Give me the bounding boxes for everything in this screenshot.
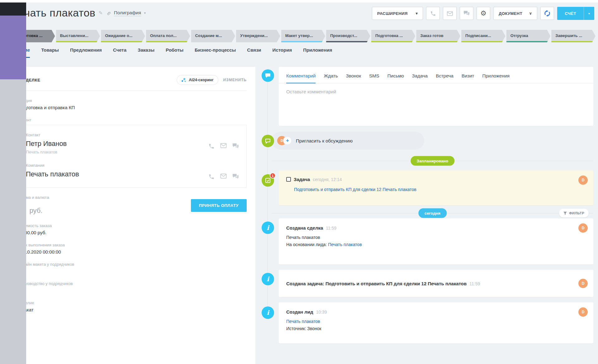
pipeline-category-link[interactable]: Полиграфия	[114, 10, 141, 16]
timeline-entry: Создана сделка 11:59 Печать плакатов На …	[279, 218, 593, 264]
today-badge: сегодня	[418, 208, 447, 218]
tab-robots[interactable]: Роботы	[166, 47, 183, 57]
stage-accent	[101, 41, 145, 42]
tl-tab-sms[interactable]: SMS	[369, 73, 379, 83]
tab-products[interactable]: Товары	[41, 47, 59, 57]
tab-orders[interactable]: Заказы	[138, 47, 154, 57]
avatar[interactable]: D	[578, 307, 588, 317]
invoice-caret-button[interactable]: ▾	[584, 7, 594, 20]
stage-12[interactable]: Отгрузка	[506, 30, 551, 42]
tl-tab-comment[interactable]: Комментарий	[286, 73, 316, 83]
stage-4[interactable]: Оплата пол...	[146, 30, 190, 42]
chat-bubbles-icon[interactable]	[232, 143, 239, 149]
lead-link[interactable]: Печать плакатов	[286, 319, 320, 324]
stage-8[interactable]: Производст...	[326, 30, 370, 42]
tl-tab-task[interactable]: Задача	[412, 73, 428, 83]
field-value[interactable]: нет	[18, 288, 247, 293]
tl-tab-meeting[interactable]: Встреча	[436, 73, 453, 83]
field-value[interactable]: нет	[18, 268, 247, 274]
document-chevron-icon: ∨	[529, 11, 532, 16]
call-button[interactable]	[426, 7, 440, 20]
field-value[interactable]: Плакат	[18, 307, 247, 312]
envelope-icon[interactable]	[220, 143, 227, 148]
envelope-icon[interactable]	[220, 174, 227, 179]
task-check-icon	[265, 178, 271, 183]
tl-tab-visit[interactable]: Визит	[462, 73, 474, 83]
contact-subtitle: Печать плакатов	[26, 150, 208, 154]
client-box: Контакт Петр Иванов Печать плакатов Комп…	[18, 125, 247, 188]
company-name[interactable]: Печать плакатов	[26, 170, 208, 178]
timeline-entry: Создана задача: Подготовить и отправить …	[279, 270, 593, 297]
tab-apps[interactable]: Приложения	[303, 47, 332, 57]
field-value[interactable]: 23.10.2020 00:00:00	[18, 249, 247, 254]
entry-time: 11:59	[326, 226, 336, 231]
chat-bubbles-icon[interactable]	[232, 174, 239, 180]
contact-name[interactable]: Петр Иванов	[26, 140, 208, 148]
invoice-button[interactable]: СЧЁТ	[557, 7, 584, 20]
client-field-label: Клиент	[18, 118, 247, 122]
gear-icon: ⚙	[480, 10, 486, 17]
tab-business-processes[interactable]: Бизнес-процессы	[195, 47, 236, 57]
tab-invoices[interactable]: Счета	[113, 47, 126, 57]
filter-button[interactable]: ФИЛЬТР	[559, 209, 589, 217]
add-person-icon[interactable]: +	[283, 136, 292, 145]
amount-currency: руб.	[29, 207, 42, 215]
field-label: Дизайн макета у подрядчиков	[18, 262, 247, 267]
category-caret-icon[interactable]: ▾	[144, 11, 146, 15]
extensions-button[interactable]: РАСШИРЕНИЯ ▾	[372, 7, 423, 20]
contact-actions	[208, 143, 239, 149]
stage-9[interactable]: Подготовка ...	[371, 30, 415, 42]
field-value[interactable]: 9 000.00 руб.	[18, 230, 247, 235]
avatar[interactable]: D	[578, 223, 588, 233]
contact-row: Контакт Петр Иванов Печать плакатов	[26, 133, 239, 154]
avatar[interactable]: D	[578, 279, 588, 288]
info-rail-icon: i	[262, 273, 274, 285]
stage-field-label: Стадия	[18, 98, 247, 103]
phone-icon	[430, 11, 436, 16]
tl-tab-email[interactable]: Письмо	[387, 73, 404, 83]
stage-2[interactable]: Выставлени...	[56, 30, 100, 42]
phone-icon[interactable]	[208, 174, 215, 180]
stage-accent	[191, 41, 235, 42]
tl-tab-call[interactable]: Звонок	[346, 73, 361, 83]
tl-tab-wait[interactable]: Ждать	[324, 73, 338, 83]
stage-13[interactable]: Завершить ...	[551, 30, 596, 42]
lead-link[interactable]: Печать плакатов	[328, 242, 362, 247]
stage-5[interactable]: Создание м...	[191, 30, 235, 42]
tab-quotes[interactable]: Предложения	[70, 47, 102, 57]
document-button[interactable]: ДОКУМЕНТ ∨	[493, 7, 537, 20]
stage-10[interactable]: Заказ готов	[416, 30, 460, 42]
automation-button[interactable]	[540, 7, 554, 20]
top-divider	[0, 0, 598, 2]
task-entry: Задача сегодня, 12:14 Подготовить и отпр…	[279, 170, 593, 205]
field-label: Изделие	[18, 301, 247, 305]
tab-relations[interactable]: Связи	[247, 47, 261, 57]
stage-11[interactable]: Подписани...	[461, 30, 505, 42]
edit-title-icon[interactable]: ✎	[98, 10, 102, 16]
stage-6[interactable]: Утверждени...	[236, 30, 280, 42]
avatar[interactable]: D	[578, 175, 588, 185]
invite-to-discussion[interactable]: D + Пригласить к обсуждению	[272, 132, 424, 150]
task-link[interactable]: Подготовить и отправить КП для сделки 12…	[294, 187, 575, 192]
company-label: Компания	[26, 163, 208, 168]
phone-icon[interactable]	[208, 143, 215, 149]
task-count-badge: 1	[270, 173, 276, 179]
field-label: Стоимость заказа	[18, 223, 247, 228]
task-title[interactable]: Задача	[294, 177, 310, 182]
tab-history[interactable]: История	[273, 47, 292, 57]
task-checkbox[interactable]	[286, 177, 291, 182]
tl-tab-apps[interactable]: Приложения	[482, 73, 510, 83]
ai-scoring-button[interactable]: AI24-скоринг	[177, 75, 218, 85]
settings-button[interactable]: ⚙	[477, 7, 490, 20]
info-rail-icon: i	[262, 306, 274, 319]
stage-7[interactable]: Макет утвер...	[281, 30, 325, 42]
edit-deal-button[interactable]: ИЗМЕНИТЬ	[223, 78, 247, 82]
comment-input[interactable]	[286, 89, 586, 114]
stage-accent	[326, 41, 370, 42]
stage-3[interactable]: Ожидание о...	[101, 30, 145, 42]
accept-payment-button[interactable]: ПРИНЯТЬ ОПЛАТУ	[191, 199, 247, 212]
email-button[interactable]	[443, 7, 457, 20]
ai-molecule-icon	[181, 78, 186, 82]
chat-button[interactable]	[460, 7, 473, 20]
stage-field-value[interactable]: Подготовка и отправка КП	[18, 105, 247, 110]
